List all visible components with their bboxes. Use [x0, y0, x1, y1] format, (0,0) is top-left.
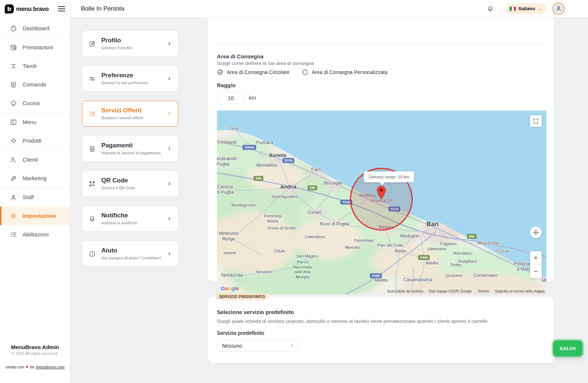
- radius-input[interactable]: [217, 92, 245, 104]
- settings-card-notifiche[interactable]: NotificheImposta le notifiche: [82, 206, 178, 232]
- receipt-icon: [10, 81, 17, 88]
- map-attribution-link[interactable]: Scorciatoie da tastiera: [387, 289, 423, 293]
- chevron-right-icon: [167, 251, 172, 256]
- settings-card-info: NotificheImposta le notifiche: [101, 212, 167, 225]
- language-label: Italiano: [518, 6, 535, 11]
- brand-logo-icon: b: [5, 4, 14, 13]
- map-zoom-in-button[interactable]: +: [530, 251, 542, 264]
- sidebar-item-staff[interactable]: Staff: [0, 188, 70, 206]
- sidebar-item-tavoli[interactable]: Tavoli: [0, 57, 70, 75]
- radio-circular-area[interactable]: Area di Consegna Circolare: [217, 69, 289, 76]
- settings-card-title: Pagamenti: [101, 142, 167, 149]
- default-service-select[interactable]: Nessuno: [217, 340, 299, 352]
- sidebar-item-comande[interactable]: Comande: [0, 75, 70, 94]
- settings-card-pagamenti[interactable]: PagamentiImposta le opzioni di pagamento: [82, 136, 178, 162]
- sidebar-logo-row: b menu bravo: [0, 0, 70, 18]
- default-service-title: Selezione servizio predefinito: [217, 309, 294, 315]
- settings-card-servizi-offerti[interactable]: Servizi OffertiGestisci i servizi offert…: [82, 101, 178, 127]
- brand-logo[interactable]: b menu bravo: [5, 4, 58, 13]
- radio-circular-label: Area di Consegna Circolare: [227, 69, 289, 75]
- app-window: b menu bravo DashboardPrenotazioniTavoli…: [0, 0, 588, 383]
- settings-card-profilo[interactable]: ProfiloGestisci il profilo: [82, 31, 178, 57]
- rocket-icon: [10, 175, 17, 182]
- settings-card-preferenze[interactable]: PreferenzeGestisci le tue preferenze: [82, 66, 178, 92]
- map-zoom-control: + −: [530, 251, 542, 278]
- chevron-right-icon: [167, 181, 172, 186]
- map-attribution-link[interactable]: Segnala un errore nella mappa: [495, 289, 545, 293]
- bell-icon: [89, 215, 96, 223]
- map-fullscreen-button[interactable]: [530, 115, 542, 127]
- sidebar-item-label: Cucina: [23, 100, 40, 106]
- fullscreen-icon: [533, 118, 539, 124]
- user-avatar[interactable]: [552, 3, 565, 15]
- footer-credit: creato con ♥ da menubravo.com: [0, 364, 70, 369]
- default-service-panel: SERVIZIO PREDEFINITO Selezione servizio …: [208, 296, 554, 363]
- section-divider: [217, 44, 544, 45]
- settings-card-subtitle: Imposta le opzioni di pagamento: [101, 151, 167, 155]
- sidebar-item-dashboard[interactable]: Dashboard: [0, 19, 70, 38]
- chef-icon: [10, 100, 17, 107]
- person-icon: [555, 5, 562, 12]
- sidebar-item-marketing[interactable]: Marketing: [0, 169, 70, 187]
- save-button[interactable]: SALVA: [553, 340, 583, 356]
- sidebar-item-impostazioni[interactable]: Impostazioni: [0, 206, 70, 225]
- settings-card-info: PreferenzeGestisci le tue preferenze: [101, 72, 167, 85]
- settings-card-qr-code[interactable]: QR CodeGenera il QR Code: [82, 171, 178, 197]
- map-pan-button[interactable]: [530, 227, 542, 238]
- google-logo[interactable]: Google: [221, 285, 239, 292]
- default-service-description: Scegli quale scheda di servizio (asporto…: [217, 318, 489, 324]
- sidebar-item-abilitazioni[interactable]: Abilitazioni: [0, 225, 70, 244]
- chevron-right-icon: [167, 216, 172, 221]
- gauge-icon: [10, 25, 17, 32]
- sidebar-item-label: Clienti: [23, 156, 38, 163]
- map-zoom-out-button[interactable]: −: [530, 265, 542, 278]
- pan-arrows-icon: [532, 229, 540, 236]
- brand-logo-text: menu bravo: [16, 5, 49, 12]
- delivery-area-subtitle: Scegli come definire la tua area di cons…: [217, 61, 314, 66]
- map-attribution-link[interactable]: Termini: [477, 289, 489, 293]
- sidebar-item-prodotti[interactable]: Prodotti: [0, 131, 70, 150]
- notifications-bell-icon[interactable]: [487, 5, 494, 12]
- map-attribution: Scorciatoie da tastieraDati mappa ©2025 …: [387, 289, 545, 293]
- settings-card-aiuto[interactable]: AiutoHai bisogno di aiuto? Contattaci!: [82, 241, 178, 267]
- map-pin-icon[interactable]: [377, 186, 386, 200]
- sidebar-item-label: Comande: [23, 81, 46, 88]
- delivery-map[interactable]: OrnoTrinitapoliFiumaraBarlettaSan Ferdin…: [217, 111, 546, 294]
- google-logo-letter: e: [236, 285, 239, 291]
- heart-icon: ♥: [26, 364, 28, 369]
- radio-custom-area[interactable]: Area di Consegna Personalizzata: [302, 69, 388, 76]
- footer-credit-mid: da: [30, 365, 34, 369]
- settings-card-subtitle: Gestisci le tue preferenze: [101, 81, 167, 85]
- sidebar-item-clienti[interactable]: Clienti: [0, 150, 70, 169]
- language-selector[interactable]: Italiano: [505, 3, 546, 14]
- sidebar-item-label: Menu: [23, 119, 36, 125]
- edit-icon: [89, 40, 96, 47]
- settings-card-subtitle: Genera il QR Code: [101, 186, 167, 190]
- sidebar-item-menu[interactable]: Menu: [0, 113, 70, 131]
- settings-card-info: ProfiloGestisci il profilo: [101, 37, 167, 50]
- delivery-settings-panel: Area di Consegna Scegli come definire la…: [208, 18, 554, 282]
- sidebar-item-label: Impostazioni: [23, 213, 56, 219]
- sidebar-item-label: Prenotazioni: [23, 44, 53, 50]
- list-bullets-icon: [89, 110, 96, 117]
- settings-card-subtitle: Imposta le notifiche: [101, 221, 167, 225]
- chevron-down-icon: [538, 7, 542, 11]
- italy-flag-icon: [510, 7, 516, 11]
- sidebar-toggle-icon[interactable]: [58, 6, 65, 12]
- sidebar-footer: MenuBravo Admin © 2025 All rights reserv…: [0, 344, 70, 369]
- receipt-icon: [89, 145, 96, 152]
- delivery-area-title: Area di Consegna: [217, 53, 264, 59]
- google-logo-letter: o: [225, 285, 228, 291]
- sidebar-item-prenotazioni[interactable]: Prenotazioni: [0, 38, 70, 57]
- default-service-select-value: Nessuno: [222, 343, 242, 349]
- footer-credit-link[interactable]: menubravo.com: [36, 365, 65, 369]
- sidebar-nav: DashboardPrenotazioniTavoliComandeCucina…: [0, 19, 70, 244]
- settings-card-title: Profilo: [101, 37, 167, 44]
- sidebar-item-cucina[interactable]: Cucina: [0, 94, 70, 112]
- person-icon: [10, 194, 17, 201]
- google-logo-letter: o: [228, 285, 231, 291]
- radio-custom-label: Area di Consegna Personalizzata: [312, 69, 388, 75]
- radius-label: Raggio: [217, 82, 235, 88]
- settings-card-title: Notifiche: [101, 212, 167, 219]
- footer-credit-prefix: creato con: [5, 365, 24, 369]
